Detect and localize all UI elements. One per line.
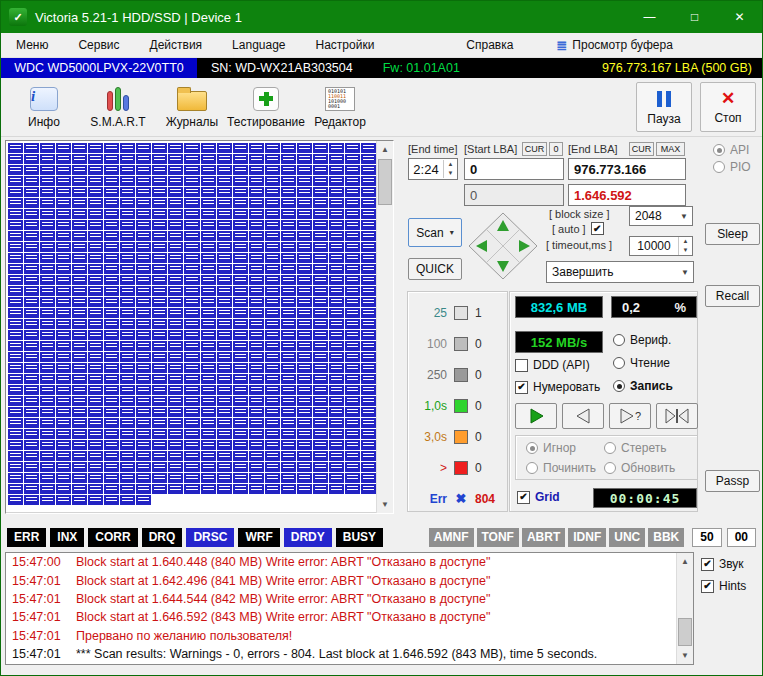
start-test-button[interactable] xyxy=(515,403,557,429)
scan-block xyxy=(329,154,344,164)
scan-block xyxy=(249,154,264,164)
scan-block xyxy=(249,231,264,241)
block-size-combo[interactable]: 2048 ▼ xyxy=(629,206,693,226)
start-lba-label: [Start LBA] xyxy=(464,143,517,155)
grid-scroll-thumb[interactable] xyxy=(378,159,392,205)
buffer-view-button[interactable]: ≣ Просмотр буфера xyxy=(556,38,672,53)
scan-block xyxy=(72,308,87,318)
grid-scrollbar[interactable]: ▲ ▼ xyxy=(376,141,393,513)
pause-button[interactable]: Пауза xyxy=(636,82,692,132)
scan-block xyxy=(233,209,248,219)
error-unc: UNC xyxy=(609,528,645,547)
scroll-up-icon[interactable]: ▲ xyxy=(377,141,393,158)
end-time-input[interactable]: 2:24 ▲▼ xyxy=(408,158,458,180)
scan-block xyxy=(120,341,135,351)
quick-button[interactable]: QUICK xyxy=(408,258,462,280)
sound-checkbox[interactable]: ✔ xyxy=(701,558,714,571)
scan-block xyxy=(297,451,312,461)
scan-block xyxy=(184,451,199,461)
navigate-arrows[interactable] xyxy=(467,211,539,281)
scan-block xyxy=(56,242,71,252)
end-time-spinner[interactable]: ▲▼ xyxy=(443,160,457,178)
end-cur-button[interactable]: CUR xyxy=(629,142,654,156)
scan-block xyxy=(152,286,167,296)
verify-radio[interactable]: Вериф. xyxy=(613,333,671,347)
menu-settings[interactable]: Настройки xyxy=(301,38,390,52)
scan-button[interactable]: Scan ▾ xyxy=(408,218,462,247)
menu-language[interactable]: Language xyxy=(217,38,300,52)
timeout-label: [ timeout,ms ] xyxy=(546,239,612,251)
stop-button[interactable]: ✕ Стоп xyxy=(700,82,756,132)
toolbar-testing-button[interactable]: Тестирование xyxy=(229,80,303,134)
write-radio[interactable]: Запись xyxy=(613,379,673,393)
scan-block xyxy=(217,154,232,164)
toolbar-editor-button[interactable]: 0101011100111010000001 Редактор xyxy=(303,80,377,134)
end-lba-input[interactable]: 976.773.166 xyxy=(568,158,686,180)
scan-block xyxy=(56,319,71,329)
menu-menu[interactable]: Меню xyxy=(1,38,63,52)
radio-circle[interactable] xyxy=(613,334,625,346)
sound-checkbox-row[interactable]: ✔Звук xyxy=(701,557,744,571)
end-max-button[interactable]: MAX xyxy=(656,142,685,156)
scan-block xyxy=(281,407,296,417)
toolbar-smart-button[interactable]: S.M.A.R.T xyxy=(81,80,155,134)
scan-block xyxy=(329,231,344,241)
ddd-checkbox[interactable] xyxy=(515,359,528,372)
radio-circle[interactable] xyxy=(613,380,625,392)
scan-block xyxy=(8,220,23,230)
log-scroll-thumb[interactable] xyxy=(678,618,692,646)
hints-checkbox[interactable]: ✔ xyxy=(701,580,714,593)
folder-icon xyxy=(177,91,207,111)
timeout-input[interactable]: 10000 ▲▼ xyxy=(629,236,693,256)
scan-block xyxy=(168,176,183,186)
auto-checkbox-row[interactable]: [ auto ] ✔ xyxy=(552,222,604,235)
hints-checkbox-row[interactable]: ✔Hints xyxy=(701,579,746,593)
grid-checkbox-row[interactable]: ✔ Grid xyxy=(517,490,560,504)
start-cur-button[interactable]: CUR xyxy=(522,142,547,156)
menu-help[interactable]: Справка xyxy=(451,38,528,52)
recall-button[interactable]: Recall xyxy=(705,285,760,307)
scan-block xyxy=(40,330,55,340)
menu-actions[interactable]: Действия xyxy=(135,38,218,52)
numerate-checkbox-row[interactable]: ✔Нумеровать xyxy=(515,380,600,394)
scan-block xyxy=(40,440,55,450)
log-scrollbar[interactable]: ▲ ▼ xyxy=(676,553,693,664)
scan-block xyxy=(217,330,232,340)
timeout-spinner[interactable]: ▲▼ xyxy=(678,237,692,255)
close-button[interactable]: ✕ xyxy=(717,1,762,33)
scan-block xyxy=(104,440,119,450)
scan-block xyxy=(361,451,376,461)
scan-block xyxy=(329,187,344,197)
align-button[interactable] xyxy=(656,403,698,429)
minimize-button[interactable]: — xyxy=(627,1,672,33)
jump-forward-button[interactable]: ? xyxy=(609,403,651,429)
toolbar-info-button[interactable]: i Инфо xyxy=(7,80,81,134)
read-radio[interactable]: Чтение xyxy=(613,356,670,370)
scan-block xyxy=(184,187,199,197)
device-model[interactable]: WDC WD5000LPVX-22V0TT0 xyxy=(1,58,197,78)
scan-block xyxy=(40,374,55,384)
start-lba-input[interactable]: 0 xyxy=(464,158,564,180)
scan-block xyxy=(184,352,199,362)
sleep-button[interactable]: Sleep xyxy=(705,223,760,245)
scroll-down-icon[interactable]: ▼ xyxy=(377,496,393,513)
maximize-button[interactable]: □ xyxy=(672,1,717,33)
passp-button[interactable]: Passp xyxy=(705,470,760,492)
scan-block xyxy=(8,209,23,219)
grid-checkbox[interactable]: ✔ xyxy=(517,491,530,504)
scan-block xyxy=(281,176,296,186)
scroll-up-icon[interactable]: ▲ xyxy=(677,553,693,570)
scan-block xyxy=(88,374,103,384)
buffer-icon: ≣ xyxy=(556,38,567,53)
menu-service[interactable]: Сервис xyxy=(63,38,134,52)
radio-circle[interactable] xyxy=(613,357,625,369)
auto-checkbox[interactable]: ✔ xyxy=(591,222,604,235)
scroll-down-icon[interactable]: ▼ xyxy=(677,647,693,664)
numerate-checkbox[interactable]: ✔ xyxy=(515,381,528,394)
ddd-checkbox-row[interactable]: DDD (API) xyxy=(515,358,590,372)
action-select[interactable]: Завершить ▼ xyxy=(546,261,694,283)
step-back-button[interactable] xyxy=(562,403,604,429)
start-zero-button[interactable]: 0 xyxy=(549,142,563,156)
scan-block xyxy=(297,143,312,153)
toolbar-journals-button[interactable]: Журналы xyxy=(155,80,229,134)
